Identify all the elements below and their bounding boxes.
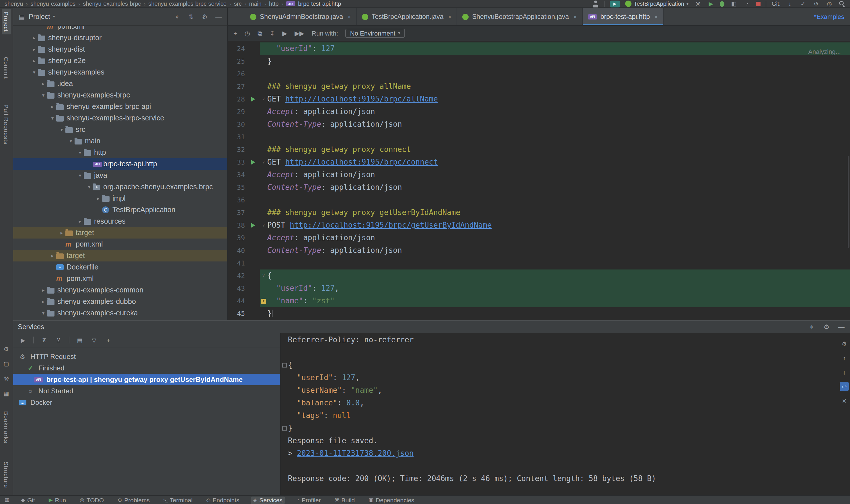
search-icon[interactable] (838, 0, 845, 7)
git-commit-icon[interactable]: ✓ (799, 0, 807, 7)
tree-row[interactable]: ▾src (13, 124, 227, 135)
services-tree-row[interactable]: ≡Docker (13, 397, 280, 408)
collapse-all-icon[interactable]: ⊻ (54, 337, 63, 343)
tab-ShenyuBootstrapApplication.java[interactable]: ShenyuBootstrapApplication.java× (457, 8, 582, 25)
toolwindow-button-services[interactable]: ◈Services (251, 496, 285, 504)
tree-row[interactable]: ▾shenyu-examples-brpc-service (13, 112, 227, 124)
chevron-right-icon[interactable]: ▸ (76, 218, 84, 224)
chevron-right-icon[interactable]: ▸ (30, 47, 38, 52)
stripe-stop-icon[interactable]: ▢ (2, 359, 11, 368)
history-icon[interactable]: ◷ (245, 30, 250, 37)
locate-icon[interactable]: ⌖ (808, 323, 816, 330)
stripe-item-bookmarks[interactable]: Bookmarks (2, 408, 11, 446)
chevron-right-icon[interactable]: ▸ (39, 287, 47, 293)
chevron-down-icon[interactable]: ▾ (39, 310, 47, 316)
tree-row[interactable]: ▸.idea (13, 78, 227, 89)
profiler-icon[interactable]: ◔ (743, 0, 751, 7)
chevron-down-icon[interactable]: ▾ (49, 115, 56, 121)
run-request-icon[interactable]: ▶ (282, 30, 287, 37)
toolwindow-button-build[interactable]: ⚒Build (332, 496, 357, 504)
tree-row[interactable]: ▾shenyu-examples-brpc (13, 89, 227, 101)
project-title[interactable]: Project (29, 13, 50, 21)
breadcrumb-item[interactable]: http (269, 1, 279, 7)
chevron-right-icon[interactable]: ▸ (49, 253, 56, 258)
hide-icon[interactable]: — (837, 323, 845, 330)
coverage-icon[interactable]: ◧ (730, 0, 738, 7)
build-hammer-icon[interactable]: ⚒ (694, 0, 702, 7)
breadcrumb-item[interactable]: shenyu (5, 1, 23, 7)
chevron-right-icon[interactable]: ▸ (30, 58, 38, 64)
chevron-down-icon[interactable]: ▾ (76, 150, 84, 156)
tree-row[interactable]: CTestBrpcApplication (13, 204, 227, 216)
run-state-icon[interactable]: ▶ (610, 0, 620, 7)
tool-window-switcher-icon[interactable]: ▦ (5, 497, 10, 503)
services-tree[interactable]: ⚙HTTP Request✓FinishedAPIbrpc-test-api |… (13, 347, 280, 408)
code-editor[interactable]: 24 "userId": 12725}2627### shengyu getwa… (228, 41, 850, 320)
debug-icon[interactable] (720, 1, 725, 6)
run-request-icon[interactable] (246, 219, 260, 232)
toolwindow-button-todo[interactable]: ◎TODO (77, 496, 106, 504)
stripe-item-structure[interactable]: Structure (2, 459, 11, 491)
toolwindow-button-profiler[interactable]: ◔Profiler (294, 496, 323, 504)
stripe-item-commit[interactable]: Commit (2, 54, 11, 82)
history-icon[interactable]: ◷ (825, 0, 833, 7)
toolwindow-button-endpoints[interactable]: ◇Endpoints (204, 496, 242, 504)
chevron-right-icon[interactable]: ▸ (30, 35, 38, 41)
chevron-down-icon[interactable]: ▾ (86, 184, 93, 190)
fold-marker[interactable] (281, 359, 288, 372)
toolwindow-button-git[interactable]: ◆Git (19, 496, 37, 504)
tree-row[interactable]: ▸impl (13, 193, 227, 204)
hide-icon[interactable]: — (214, 13, 223, 20)
settings-icon[interactable]: ⚙ (201, 13, 209, 20)
editor[interactable]: ShenyuAdminBootstrap.java×TestBrpcApplic… (228, 8, 850, 320)
run-config-select[interactable]: TestBrpcApplication▾ (625, 1, 689, 7)
chevron-down-icon[interactable]: ▾ (53, 14, 55, 19)
chevron-down-icon[interactable]: ▾ (30, 69, 38, 75)
chevron-right-icon[interactable]: ▸ (58, 230, 65, 236)
filter-icon[interactable]: ▽ (90, 337, 98, 343)
chevron-right-icon[interactable]: ▸ (39, 299, 47, 304)
settings-icon[interactable]: ⚙ (822, 323, 831, 330)
breadcrumb-item[interactable]: shenyu-examples-brpc-service (148, 1, 227, 7)
tree-row[interactable]: mpom.xml (13, 238, 227, 250)
add-request-icon[interactable]: + (233, 30, 237, 37)
clear-console-icon[interactable]: ✕ (840, 396, 849, 406)
tree-row[interactable]: ▾http (13, 147, 227, 158)
tree-row[interactable]: ▸target (13, 227, 227, 238)
tree-row[interactable]: mpom.xml (13, 26, 227, 32)
stripe-item-project[interactable]: Project (2, 8, 11, 35)
breadcrumb-item[interactable]: shenyu-examples (31, 1, 76, 7)
tree-row[interactable]: ▾org.apache.shenyu.examples.brpc (13, 181, 227, 193)
chevron-down-icon[interactable]: ▾ (67, 138, 74, 144)
chevron-down-icon[interactable]: ▾ (39, 92, 47, 98)
tree-row[interactable]: ▸resources (13, 216, 227, 227)
stripe-item-pull-requests[interactable]: Pull Requests (2, 102, 11, 147)
locate-icon[interactable]: ⌖ (173, 13, 181, 20)
console-settings-icon[interactable]: ⚙ (840, 339, 849, 348)
run-request-icon[interactable] (246, 156, 260, 168)
editor-scrollbar[interactable] (848, 156, 849, 248)
tree-row[interactable]: ▾main (13, 135, 227, 147)
tab-TestBrpcApplication.java[interactable]: TestBrpcApplication.java× (357, 8, 457, 25)
group-by-icon[interactable]: ▤ (76, 337, 84, 343)
export-icon[interactable]: ↧ (269, 30, 275, 37)
tree-row[interactable]: ▸shenyu-dist (13, 43, 227, 55)
stripe-settings-icon[interactable]: ⚙ (2, 344, 11, 354)
add-service-icon[interactable]: + (104, 337, 112, 343)
http-response-console[interactable]: Referrer-Policy: no-referrer{ "userId": … (281, 333, 838, 498)
tree-row[interactable]: mpom.xml (13, 273, 227, 284)
run-request-icon[interactable] (246, 93, 260, 106)
git-revert-icon[interactable]: ↺ (812, 0, 820, 7)
breadcrumb-item[interactable]: shenyu-examples-brpc (83, 1, 141, 7)
run-icon[interactable]: ▶ (19, 337, 27, 343)
breadcrumb-item[interactable]: main (249, 1, 262, 7)
toolwindow-button-terminal[interactable]: >_Terminal (161, 496, 195, 504)
close-icon[interactable]: × (654, 14, 658, 20)
scroll-to-top-icon[interactable]: ↑ (840, 353, 849, 362)
tree-row[interactable]: ▸shenyu-examples-brpc-api (13, 101, 227, 112)
fold-marker[interactable]: ∨ (260, 219, 267, 232)
breadcrumb-item[interactable]: brpc-test-api.http (298, 1, 341, 7)
tree-row[interactable]: ▸shenyu-e2e (13, 55, 227, 67)
chevron-right-icon[interactable]: ▸ (49, 104, 56, 109)
chevron-right-icon[interactable]: ▸ (39, 81, 47, 87)
